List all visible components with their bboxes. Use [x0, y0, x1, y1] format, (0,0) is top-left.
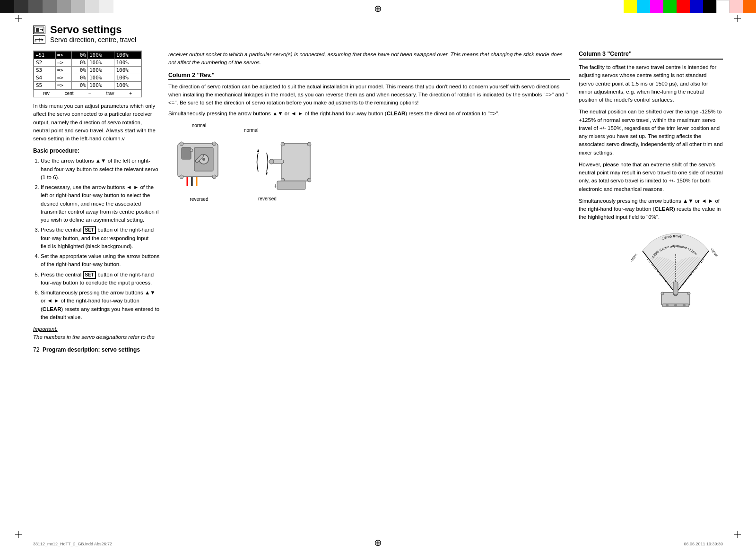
step-2: If necessary, use the arrow buttons ◄ ► …	[41, 183, 160, 224]
table-row-s2: S2 => 0% 100% 100%	[34, 59, 141, 67]
diagram-left-normal-label: normal	[192, 123, 207, 128]
page-subtitle: Servo direction, centre, travel	[50, 36, 136, 43]
svg-point-22	[180, 175, 183, 179]
col3-text3: However, please note that an extreme shi…	[579, 161, 723, 193]
page-number: 72	[33, 346, 39, 353]
or-text: or	[695, 198, 700, 204]
color-bar-5	[57, 0, 71, 13]
col2-heading: Column 2 "Rev."	[168, 72, 570, 80]
table-row-s5: S5 => 0% 100% 100%	[34, 82, 141, 89]
color-bar-6	[71, 0, 85, 13]
intro-text: In this menu you can adjust parameters w…	[33, 102, 160, 143]
step-3: Press the central SET button of the righ…	[41, 226, 160, 250]
svg-point-27	[190, 149, 193, 152]
col3-text1: The facility to offset the servo travel …	[579, 63, 723, 104]
svg-point-32	[281, 142, 285, 146]
color-squares-right	[624, 0, 756, 13]
footer-minus: –	[88, 91, 91, 96]
blue-square	[690, 0, 703, 13]
important-section: Important: The numbers in the servo desi…	[33, 325, 160, 342]
direction-icon: ×	[33, 35, 45, 44]
svg-point-35	[307, 178, 311, 182]
svg-point-20	[180, 142, 183, 146]
svg-rect-9	[36, 28, 39, 32]
diagram-right-reversed-label: reversed	[258, 196, 277, 201]
svg-marker-38	[257, 149, 259, 152]
svg-rect-59	[673, 282, 678, 295]
step-5: Press the central SET button of the righ…	[41, 271, 160, 287]
col2-text: The direction of servo rotation can be a…	[168, 83, 570, 118]
yellow-square	[624, 0, 637, 13]
step-4: Set the appropriate value using the arro…	[41, 252, 160, 269]
servo-icon	[33, 26, 45, 34]
middle-italic-text: receiver output socket to which a partic…	[168, 51, 570, 67]
reg-mark-tl	[15, 15, 22, 22]
reg-mark-bl	[15, 531, 22, 538]
servo-table: ►S1 => 0% 100% 100% S2 => 0% 100% 100%	[33, 51, 142, 97]
page-footer: 72 Program description: servo settings	[33, 346, 160, 353]
basic-procedure-section: Basic procedure: Use the arrow buttons ▲…	[33, 147, 160, 321]
bottom-info-bar: 33112_mx12_HoTT_2_GB.indd Abs26:72 06.06…	[33, 542, 723, 546]
servo-svg-right: +	[244, 134, 320, 200]
bottom-right-text: 06.06.2011 19:39:39	[684, 542, 723, 546]
table-row-s1: ►S1 => 0% 100% 100%	[34, 52, 141, 59]
black-square	[703, 0, 716, 13]
intro-paragraph: In this menu you can adjust parameters w…	[33, 102, 160, 143]
magenta-square	[650, 0, 663, 13]
servo-diagrams: normal	[168, 123, 570, 202]
diagram-left-reversed-label: reversed	[190, 197, 209, 202]
svg-rect-31	[282, 143, 310, 181]
color-bar-8	[99, 0, 113, 13]
middle-column: receiver output socket to which a partic…	[168, 51, 570, 353]
page-footer-text: Program description: servo settings	[43, 346, 140, 353]
color-bar-2	[14, 0, 28, 13]
table-row-s4: S4 => 0% 100% 100%	[34, 74, 141, 82]
orange-square	[743, 0, 756, 13]
page-header: × Servo settings Servo direction, centre…	[33, 24, 723, 44]
color-bar-1	[0, 0, 14, 13]
left-column: ►S1 => 0% 100% 100% S2 => 0% 100% 100%	[33, 51, 160, 353]
light-pink-square	[730, 0, 743, 13]
svg-rect-43	[277, 181, 305, 190]
col3-text4: Simultaneously pressing the arrow button…	[579, 197, 723, 222]
important-label: Important:	[33, 326, 58, 332]
bottom-left-text: 33112_mx12_HoTT_2_GB.indd Abs26:72	[33, 542, 112, 546]
col3-heading: Column 3 "Centre"	[579, 51, 723, 60]
crosshair-top-center: ⊕	[374, 3, 382, 14]
color-bar-4	[43, 0, 57, 13]
step-6: Simultaneously pressing the arrow button…	[41, 289, 160, 321]
footer-trav: trav	[106, 91, 114, 96]
white-square	[716, 0, 730, 13]
svg-point-63	[683, 304, 686, 307]
red-square	[677, 0, 690, 13]
svg-marker-39	[266, 172, 268, 175]
header-titles: Servo settings Servo direction, centre, …	[50, 24, 136, 43]
servo-travel-svg: Servo travel -150% +150%	[628, 227, 723, 308]
step-1: Use the arrow buttons ▲▼ of the left or …	[41, 157, 160, 181]
svg-text:+150%: +150%	[710, 247, 718, 258]
servo-svg-left	[168, 129, 230, 196]
svg-point-57	[687, 292, 690, 295]
footer-cent: cent	[65, 91, 74, 96]
svg-point-56	[661, 292, 664, 295]
set-box-2: SET	[83, 271, 96, 279]
svg-marker-14	[42, 38, 43, 41]
table-footer: rev cent – trav +	[34, 89, 141, 97]
set-box-1: SET	[83, 226, 96, 234]
svg-text:×: ×	[35, 39, 36, 43]
green-square	[663, 0, 677, 13]
footer-rev: rev	[43, 91, 50, 96]
svg-point-37	[269, 159, 274, 164]
color-bar-7	[85, 0, 99, 13]
svg-point-21	[212, 142, 216, 146]
svg-point-33	[307, 142, 311, 146]
cyan-square	[637, 0, 650, 13]
important-text: The numbers in the servo designations re…	[33, 333, 160, 341]
header-icons: ×	[33, 26, 45, 44]
table-row-s3: S3 => 0% 100% 100%	[34, 67, 141, 74]
diagram-right-normal-label: normal	[244, 128, 259, 133]
reg-mark-tr	[734, 15, 741, 22]
col3-text2: The neutral position can be shifted over…	[579, 108, 723, 157]
basic-procedure-heading: Basic procedure:	[33, 147, 160, 154]
svg-point-62	[674, 304, 677, 307]
